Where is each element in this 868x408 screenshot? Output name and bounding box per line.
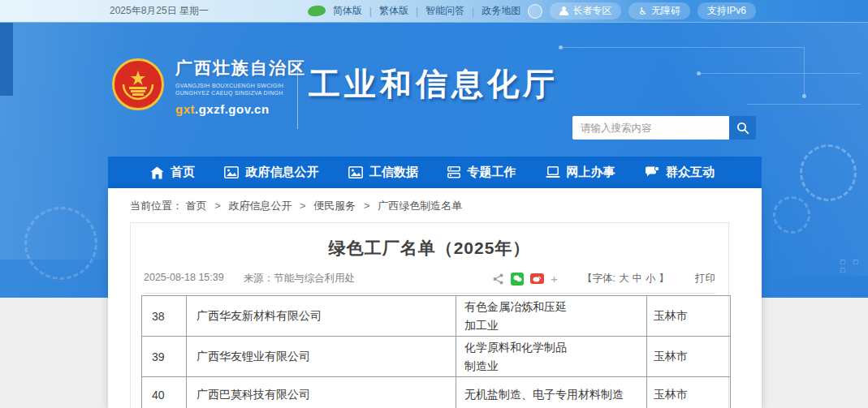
link-traditional-chinese[interactable]: 繁体版 [379,4,408,18]
picture-icon [348,166,363,178]
breadcrumb: 当前位置： 首页 > 政府信息公开 > 便民服务 > 广西绿色制造名单 [108,188,762,213]
weibo-share-icon[interactable] [530,273,544,284]
article-container: 绿色工厂名单（2025年） 2025-08-18 15:39 来源：节能与综合利… [130,222,729,408]
breadcrumb-separator: > [214,200,221,212]
comment-icon [645,166,659,179]
dots-decoration: □ □ □ [840,258,868,274]
more-share-icon[interactable]: + [551,272,558,286]
nav-item-gov-info[interactable]: 政府信息公开 [224,165,318,180]
nav-item-home[interactable]: 首页 [150,165,195,180]
breadcrumb-item-public-service[interactable]: 便民服务 [313,200,356,212]
laptop-icon [546,166,560,178]
industry-cell: 有色金属冶炼和压延 加工业 [456,296,647,337]
search-button[interactable] [729,116,756,140]
city-cell: 玉林市 [647,337,731,377]
accessibility-label: 无障碍 [651,4,680,18]
font-size-widget: 【字体: 大 中 小 】 [582,272,669,286]
nav-label: 政府信息公开 [245,165,318,180]
nav-label: 群众互动 [666,165,715,180]
breadcrumb-item-green-list[interactable]: 广西绿色制造名单 [378,200,462,212]
separator: | [472,6,474,17]
industry-cell: 无机盐制造、电子专用材料制造 [456,377,647,408]
home-icon [150,166,164,179]
row-number-cell: 38 [142,296,187,337]
breadcrumb-item-gov-info[interactable]: 政府信息公开 [228,200,291,212]
article-source: 来源：节能与综合利用处 [244,272,356,286]
agency-region-name: 广西壮族自治区 [175,57,306,79]
share-icon[interactable] [491,273,504,286]
nav-item-special-work[interactable]: 专题工作 [447,165,516,180]
nav-label: 工信数据 [369,165,418,180]
article-meta-right: + 【字体: 大 中 小 】 打印 [491,272,715,286]
site-search [572,116,756,140]
person-icon [559,6,568,15]
article-title: 绿色工厂名单（2025年） [131,223,728,260]
elderly-zone-button[interactable]: 长者专区 [550,2,621,19]
company-cell: 广西华友锂业有限公司 [187,337,456,377]
zhuang-line-1: GVANGJSIH BOUXCUENGH SWCIGIH [175,82,306,89]
row-number-cell: 39 [142,337,187,377]
masthead: 广西壮族自治区 GVANGJSIH BOUXCUENGH SWCIGIH GUN… [0,24,868,157]
green-factory-table: 38 广西华友新材料有限公司 有色金属冶炼和压延 加工业 玉林市 39 广西华友… [141,295,731,408]
wheelchair-icon: ♿ [638,6,647,16]
table-row: 38 广西华友新材料有限公司 有色金属冶炼和压延 加工业 玉林市 [142,296,731,337]
industry-cell: 化学原料和化学制品 制造业 [456,337,647,377]
company-cell: 广西巴莫科技有限公司 [187,377,456,408]
separator: | [369,6,372,17]
national-emblem-logo [112,58,164,110]
city-cell: 玉林市 [647,296,731,337]
topbar-links: 简体版 | 繁体版 | 智能问答 | 政务地图 长者专区 ♿ 无障碍 支持IPv… [308,2,756,19]
separator: | [416,6,418,17]
gear-decoration-icon [773,196,810,234]
breadcrumb-separator: > [364,200,370,212]
font-widget-open: 【字体: [582,272,615,286]
zhuang-line-2: GUNGHYEZ CAEUQ SINSIZVA DINGH [175,89,306,97]
font-widget-close: 】 [659,272,670,286]
company-cell: 广西华友新材料有限公司 [187,296,456,337]
nav-item-industry-data[interactable]: 工信数据 [348,165,418,180]
list-stack-icon [447,166,460,178]
accessibility-button[interactable]: ♿ 无障碍 [628,2,690,19]
current-date: 2025年8月25日 星期一 [110,4,209,18]
link-simplified-chinese[interactable]: 简体版 [333,4,362,18]
publish-datetime: 2025-08-18 15:39 [144,272,224,286]
nav-label: 网上办事 [567,165,615,180]
table-row: 39 广西华友锂业有限公司 化学原料和化学制品 制造业 玉林市 [142,337,731,377]
breadcrumb-label: 当前位置： [130,200,183,212]
ipv6-label: 支持IPv6 [707,4,746,18]
nav-item-online-services[interactable]: 网上办事 [546,165,615,180]
picture-icon [224,166,239,178]
table-row: 40 广西巴莫科技有限公司 无机盐制造、电子专用材料制造 玉林市 [142,377,731,408]
search-input[interactable] [572,116,729,140]
main-navigation: 首页 政府信息公开 工信数据 专题工作 [108,157,762,188]
header-divider [297,62,298,129]
article-meta-row: 2025-08-18 15:39 来源：节能与综合利用处 [144,272,715,294]
site-url-rest: .gxzf.gov.cn [195,102,270,116]
agency-zhuang-name: GVANGJSIH BOUXCUENGH SWCIGIH GUNGHYEZ CA… [175,82,306,97]
agency-identity: 广西壮族自治区 GVANGJSIH BOUXCUENGH SWCIGIH GUN… [175,57,306,116]
circular-badge-icon[interactable] [528,4,542,19]
city-cell: 玉林市 [647,377,731,408]
site-url-accent: gxt [175,102,195,116]
row-number-cell: 40 [142,377,187,408]
font-size-large[interactable]: 大 [619,272,629,286]
site-url[interactable]: gxt.gxzf.gov.cn [175,102,306,116]
link-smart-qa[interactable]: 智能问答 [425,4,464,18]
nav-item-public-interaction[interactable]: 群众互动 [645,165,715,180]
nav-label: 首页 [171,165,195,180]
content-card: 当前位置： 首页 > 政府信息公开 > 便民服务 > 广西绿色制造名单 绿色工厂… [108,188,762,408]
gear-decoration-icon [24,207,97,280]
print-button[interactable]: 打印 [695,272,715,286]
emblem-graphic [119,66,157,103]
elderly-zone-label: 长者专区 [572,4,611,18]
link-government-map[interactable]: 政务地图 [482,4,520,18]
font-size-small[interactable]: 小 [646,272,656,286]
top-utility-bar: 2025年8月25日 星期一 简体版 | 繁体版 | 智能问答 | 政务地图 长… [0,0,868,23]
department-title: 工业和信息化厅 [309,62,559,106]
breadcrumb-item-home[interactable]: 首页 [186,200,207,212]
search-icon [736,122,749,135]
font-size-medium[interactable]: 中 [633,272,643,286]
green-leaf-icon [307,5,326,18]
wechat-share-icon[interactable] [511,273,524,286]
article-meta-left: 2025-08-18 15:39 来源：节能与综合利用处 [144,272,355,286]
